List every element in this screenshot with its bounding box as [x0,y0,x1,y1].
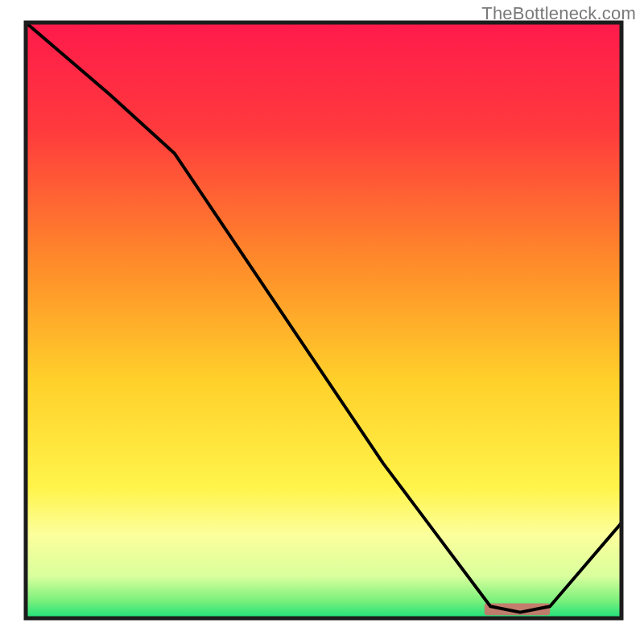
plot-background [26,23,621,618]
chart-container: TheBottleneck.com [0,0,644,644]
chart-svg [0,0,644,644]
